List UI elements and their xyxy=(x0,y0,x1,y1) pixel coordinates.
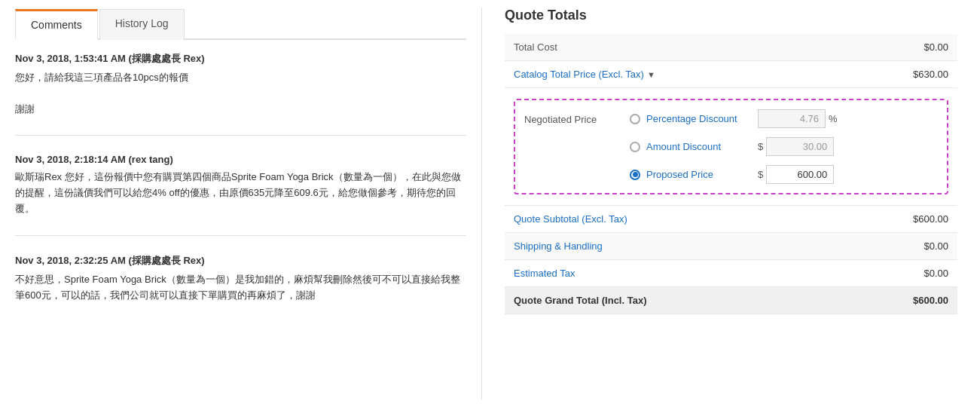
estimated-tax-value: $0.00 xyxy=(888,268,948,279)
quote-subtotal-value: $600.00 xyxy=(888,213,948,225)
estimated-tax-label: Estimated Tax xyxy=(514,268,888,279)
catalog-total-price-value: $630.00 xyxy=(888,69,948,80)
shipping-handling-label: Shipping & Handling xyxy=(514,240,888,252)
quote-subtotal-label: Quote Subtotal (Excl. Tax) xyxy=(514,213,888,225)
comment-block-2: Nov 3, 2018, 2:18:14 AM (rex tang) 歐斯瑞Re… xyxy=(15,154,466,235)
tab-history-log[interactable]: History Log xyxy=(99,9,185,40)
negotiated-price-row: Negotiated Price Percentage Discount % xyxy=(505,88,957,206)
total-cost-row: Total Cost $0.00 xyxy=(505,34,957,61)
amount-discount-label: Amount Discount xyxy=(646,141,752,152)
totals-container: Total Cost $0.00 Catalog Total Price (Ex… xyxy=(505,34,957,314)
negotiated-options: Percentage Discount % Amount Dis xyxy=(630,109,938,184)
percentage-discount-label: Percentage Discount xyxy=(646,113,752,124)
amount-discount-input[interactable] xyxy=(766,137,834,156)
comment-text-1: 您好，請給我這三項產品各10pcs的報價謝謝 xyxy=(15,70,466,117)
catalog-dropdown-arrow[interactable]: ▼ xyxy=(647,70,655,79)
percentage-discount-radio[interactable] xyxy=(630,114,640,124)
comment-text-3: 不好意思，Sprite Foam Yoga Brick（數量為一個）是我加錯的，… xyxy=(15,272,466,304)
comment-text-2: 歐斯瑞Rex 您好，這份報價中您有購買第四個商品Sprite Foam Yoga… xyxy=(15,170,466,216)
left-panel: Comments History Log Nov 3, 2018, 1:53:4… xyxy=(0,8,482,399)
catalog-label-text: Catalog Total Price (Excl. Tax) xyxy=(514,69,644,80)
amount-discount-radio[interactable] xyxy=(630,142,640,152)
comment-header-3: Nov 3, 2018, 2:32:25 AM (採購處處長 Rex) xyxy=(15,254,466,268)
proposed-price-option: Proposed Price $ xyxy=(630,165,938,184)
right-panel: Quote Totals Total Cost $0.00 Catalog To… xyxy=(482,8,980,399)
comment-header-1: Nov 3, 2018, 1:53:41 AM (採購處處長 Rex) xyxy=(15,52,466,66)
grand-total-label: Quote Grand Total (Incl. Tax) xyxy=(514,295,888,306)
percentage-discount-option: Percentage Discount % xyxy=(630,109,938,128)
shipping-handling-value: $0.00 xyxy=(888,240,948,252)
quote-subtotal-row: Quote Subtotal (Excl. Tax) $600.00 xyxy=(505,206,957,233)
proposed-price-input[interactable] xyxy=(766,165,834,184)
comment-block-1: Nov 3, 2018, 1:53:41 AM (採購處處長 Rex) 您好，請… xyxy=(15,52,466,136)
percentage-discount-input-group: % xyxy=(758,109,838,128)
total-cost-value: $0.00 xyxy=(888,41,948,53)
catalog-total-price-label: Catalog Total Price (Excl. Tax) ▼ xyxy=(514,69,888,80)
amount-discount-input-group: $ xyxy=(758,137,834,156)
estimated-tax-row: Estimated Tax $0.00 xyxy=(505,260,957,287)
percentage-discount-suffix: % xyxy=(829,113,838,124)
proposed-price-radio[interactable] xyxy=(630,170,640,180)
quote-totals-title: Quote Totals xyxy=(505,8,957,23)
proposed-price-input-group: $ xyxy=(758,165,834,184)
grand-total-row: Quote Grand Total (Incl. Tax) $600.00 xyxy=(505,287,957,314)
tab-comments[interactable]: Comments xyxy=(15,9,98,40)
shipping-handling-row: Shipping & Handling $0.00 xyxy=(505,233,957,260)
total-cost-label: Total Cost xyxy=(514,41,888,53)
negotiated-price-box: Negotiated Price Percentage Discount % xyxy=(514,99,948,194)
percentage-discount-input[interactable] xyxy=(758,109,826,128)
proposed-price-label: Proposed Price xyxy=(646,169,752,180)
amount-discount-prefix: $ xyxy=(758,141,763,152)
comment-block-3: Nov 3, 2018, 2:32:25 AM (採購處處長 Rex) 不好意思… xyxy=(15,254,466,322)
proposed-price-prefix: $ xyxy=(758,169,763,180)
catalog-total-price-row: Catalog Total Price (Excl. Tax) ▼ $630.0… xyxy=(505,61,957,88)
tabs-container: Comments History Log xyxy=(15,8,466,40)
amount-discount-option: Amount Discount $ xyxy=(630,137,938,156)
comment-header-2: Nov 3, 2018, 2:18:14 AM (rex tang) xyxy=(15,154,466,165)
grand-total-value: $600.00 xyxy=(888,295,948,306)
negotiated-price-label: Negotiated Price xyxy=(524,109,630,125)
